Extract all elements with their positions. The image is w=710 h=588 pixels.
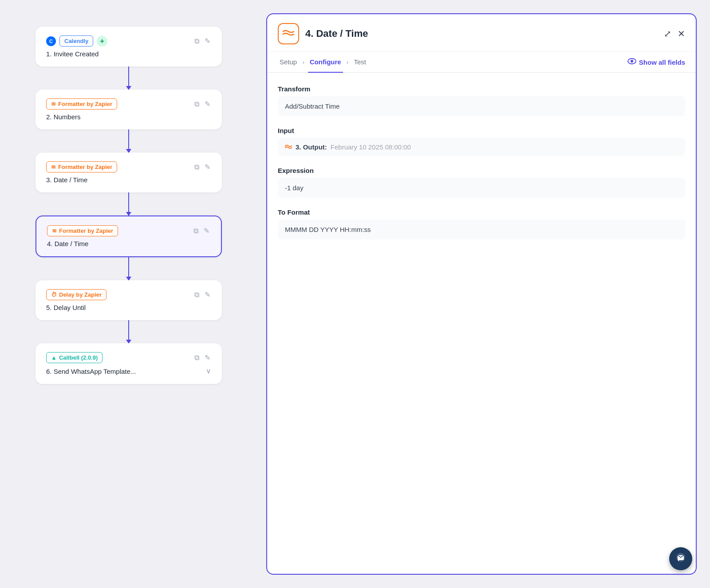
edit-button-4[interactable]: ✎ [203,226,210,236]
tab-chevron-1: › [302,59,304,66]
step4-badge: ≋ Formatter by Zapier [47,225,118,236]
chevron-down-icon: ∨ [206,367,211,375]
input-ref-value: February 10 2025 08:00:00 [331,143,411,151]
config-panel: 4. Date / Time ⤢ ✕ Setup › Configure › T… [257,0,710,588]
step2-actions: ⧉ ✎ [193,99,211,109]
panel-header-actions: ⤢ ✕ [664,28,685,39]
connector-5 [128,320,129,343]
svg-point-1 [631,60,633,63]
copy-button-6[interactable]: ⧉ [193,353,200,363]
edit-icon-1: ✎ [205,37,210,45]
copy-button-4[interactable]: ⧉ [193,226,199,236]
panel-card: 4. Date / Time ⤢ ✕ Setup › Configure › T… [266,13,697,575]
calendly-icon: C [46,36,56,46]
copy-icon-1: ⧉ [194,37,199,45]
tab-test[interactable]: Test [352,52,368,73]
input-field-group: Input 3. Output: February 10 2025 08:00:… [278,127,685,156]
step3-title-row: ≋ Formatter by Zapier [46,161,117,172]
step-card-4[interactable]: ≋ Formatter by Zapier ⧉ ✎ 4. Date / Time [36,216,222,257]
step-card-2[interactable]: ≋ Formatter by Zapier ⧉ ✎ 2. Numbers [36,90,222,129]
step1-badge: Calendly [59,35,93,47]
to-format-field-group: To Format MMMM DD YYYY HH:mm:ss [278,208,685,239]
expression-value: -1 day [278,178,685,198]
step2-badge: ≋ Formatter by Zapier [46,98,117,110]
step5-actions: ⧉ ✎ [193,290,211,300]
transform-value: Add/Subtract Time [278,96,685,116]
step3-actions: ⧉ ✎ [193,162,211,172]
plus-badge[interactable]: + [97,36,107,47]
step5-badge-text: Delay by Zapier [59,291,102,298]
tabs-bar: Setup › Configure › Test Show all fields [267,52,696,73]
step6-badge: ▲ Callbell (2.0.9) [46,352,103,363]
step2-title-row: ≋ Formatter by Zapier [46,98,117,110]
show-all-fields-label: Show all fields [639,59,685,66]
step6-actions: ⧉ ✎ [193,353,211,363]
show-all-fields-button[interactable]: Show all fields [627,58,685,67]
tab-chevron-2: › [347,59,349,66]
eye-icon [627,58,636,67]
step5-label: 5. Delay Until [46,304,211,311]
close-button[interactable]: ✕ [678,28,685,39]
edit-button-1[interactable]: ✎ [204,36,211,46]
expression-field-group: Expression -1 day [278,167,685,198]
transform-field-group: Transform Add/Subtract Time [278,85,685,116]
step3-label: 3. Date / Time [46,176,211,184]
to-format-value: MMMM DD YYYY HH:mm:ss [278,220,685,239]
edit-button-6[interactable]: ✎ [204,353,211,363]
expression-label: Expression [278,167,685,174]
step4-label: 4. Date / Time [47,240,210,247]
panel-title: 4. Date / Time [305,28,368,39]
input-ref-label: 3. Output: [296,143,327,151]
step5-badge: ⏱ Delay by Zapier [46,289,106,300]
reference-icon [285,143,292,151]
step4-badge-text: Formatter by Zapier [59,227,113,234]
tab-configure[interactable]: Configure [308,52,343,73]
to-format-label: To Format [278,208,685,216]
transform-label: Transform [278,85,685,93]
panel-title-row: 4. Date / Time [278,23,368,44]
edit-button-2[interactable]: ✎ [204,99,211,109]
step-card-6[interactable]: ▲ Callbell (2.0.9) ⧉ ✎ 6. Send WhatsApp … [36,343,222,384]
step2-badge-text: Formatter by Zapier [58,101,112,107]
edit-button-3[interactable]: ✎ [204,162,211,172]
step4-actions: ⧉ ✎ [193,226,210,236]
step6-label: 6. Send WhatsApp Template... [46,368,136,375]
tab-setup[interactable]: Setup [278,52,299,73]
input-reference: 3. Output: February 10 2025 08:00:00 [278,138,685,156]
chat-button[interactable] [669,547,692,570]
step1-title-row: C Calendly + [46,35,107,47]
expand-button[interactable]: ⤢ [664,28,671,39]
chat-icon [675,552,686,566]
connector-3 [128,192,129,216]
step-card-1[interactable]: C Calendly + ⧉ ✎ 1. Invitee Created [36,27,222,67]
step-card-5[interactable]: ⏱ Delay by Zapier ⧉ ✎ 5. Delay Until [36,280,222,320]
step3-badge: ≋ Formatter by Zapier [46,161,117,172]
step1-badge-text: Calendly [64,38,88,44]
panel-body: Transform Add/Subtract Time Input 3. Out… [267,73,696,574]
panel-header: 4. Date / Time ⤢ ✕ [267,14,696,52]
workflow-panel: C Calendly + ⧉ ✎ 1. Invitee Created [0,0,257,588]
step6-title-row: ▲ Callbell (2.0.9) [46,352,103,363]
copy-button-1[interactable]: ⧉ [193,36,200,46]
step5-title-row: ⏱ Delay by Zapier [46,289,106,300]
step6-badge-text: Callbell (2.0.9) [59,354,98,361]
step4-title-row: ≋ Formatter by Zapier [47,225,118,236]
input-label: Input [278,127,685,134]
connector-4 [128,257,129,280]
step-card-3[interactable]: ≋ Formatter by Zapier ⧉ ✎ 3. Date / Time [36,153,222,192]
step3-badge-text: Formatter by Zapier [58,164,112,170]
step1-label: 1. Invitee Created [46,50,211,58]
expand-icon: ⤢ [664,28,671,39]
edit-button-5[interactable]: ✎ [204,290,211,300]
close-icon: ✕ [678,28,685,39]
copy-button-5[interactable]: ⧉ [193,290,200,300]
copy-button-3[interactable]: ⧉ [193,162,200,172]
step1-actions: ⧉ ✎ [193,36,211,46]
panel-app-icon [278,23,299,44]
connector-1 [128,67,129,90]
connector-2 [128,129,129,153]
step2-label: 2. Numbers [46,113,211,121]
copy-button-2[interactable]: ⧉ [193,99,200,109]
